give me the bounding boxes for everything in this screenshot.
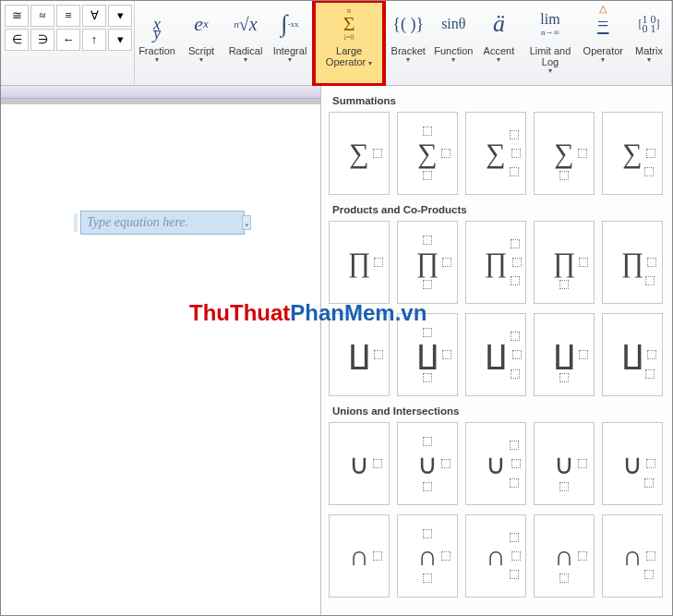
equation-placeholder[interactable]: Type equation here. ▾ <box>80 211 245 235</box>
operator-tile[interactable]: ∐ <box>329 313 390 396</box>
operator-tile[interactable]: ∩ <box>465 514 526 598</box>
bracket-group[interactable]: {( )} Bracket ▾ <box>386 1 430 85</box>
caret-icon: ▾ <box>548 67 552 75</box>
matrix-label: Matrix <box>635 43 663 56</box>
document-area: Type equation here. ▾ <box>1 86 320 615</box>
symbol-cell[interactable]: ∈ <box>5 29 29 51</box>
large-operator-label: Large Operator ▾ <box>318 43 380 67</box>
equation-handle[interactable]: ▾ <box>242 215 251 230</box>
operator-label: Operator <box>583 43 623 56</box>
operator-tile[interactable]: ∑ <box>534 112 595 195</box>
operator-tile[interactable]: ∩ <box>397 514 458 598</box>
operator-tile[interactable]: ∪ <box>465 422 526 505</box>
symbol-grid: ≅≈≡∀▾ ∈∋←↑▾ <box>1 1 135 85</box>
operator-tile[interactable]: ∏ <box>465 221 526 304</box>
operator-tile[interactable]: ∩ <box>602 514 663 598</box>
caret-icon: ▾ <box>244 56 247 64</box>
ribbon: ≅≈≡∀▾ ∈∋←↑▾ x y Fraction ▾ ex Script ▾ n… <box>1 1 672 86</box>
panel-section-title: Unions and Intersections <box>321 396 672 422</box>
caret-icon: ▾ <box>199 56 203 64</box>
ruler-bar <box>1 86 320 99</box>
operator-tile[interactable]: ∏ <box>397 221 458 304</box>
fraction-icon: x y <box>138 5 175 43</box>
operator-tile[interactable]: ∪ <box>534 422 595 505</box>
function-group[interactable]: sinθ Function ▾ <box>430 1 476 85</box>
script-label: Script <box>188 43 214 56</box>
bracket-label: Bracket <box>391 43 426 56</box>
caret-icon: ▾ <box>497 56 500 64</box>
limit-icon: lim n→∞ <box>526 5 574 43</box>
caret-icon: ▾ <box>647 56 651 64</box>
matrix-icon: [1 00 1] <box>631 5 667 43</box>
operator-tile[interactable]: ∩ <box>534 514 595 598</box>
operator-tile[interactable]: ∪ <box>329 422 390 505</box>
operator-tile[interactable]: ∪ <box>602 422 663 505</box>
radical-icon: n√x <box>227 5 264 43</box>
symbol-cell[interactable]: ← <box>56 29 80 51</box>
operator-icon: △= <box>584 5 621 43</box>
radical-label: Radical <box>229 43 263 56</box>
limit-group[interactable]: lim n→∞ Limit and Log ▾ <box>521 1 579 85</box>
equation-placeholder-text: Type equation here. <box>87 215 188 230</box>
operator-tile[interactable]: ∑ <box>465 112 526 195</box>
radical-group[interactable]: n√x Radical ▾ <box>223 1 268 85</box>
operator-tile[interactable]: ∩ <box>329 514 390 598</box>
accent-group[interactable]: ä Accent ▾ <box>476 1 521 85</box>
caret-icon: ▾ <box>406 56 410 64</box>
operator-tile[interactable]: ∪ <box>397 422 458 505</box>
caret-icon: ▾ <box>451 56 455 64</box>
operator-tile[interactable]: ∏ <box>534 221 595 304</box>
script-icon: ex <box>183 5 220 43</box>
fraction-label: Fraction <box>138 43 175 56</box>
function-icon: sinθ <box>435 5 472 43</box>
symbol-cell[interactable]: ≡ <box>56 5 80 27</box>
operator-tile[interactable]: ∑ <box>397 112 458 195</box>
accent-icon: ä <box>480 5 517 43</box>
caret-icon: ▾ <box>288 56 292 64</box>
panel-section-title: Summations <box>321 86 672 112</box>
page-gap <box>1 99 320 104</box>
operator-tile[interactable]: ∏ <box>329 221 390 304</box>
caret-icon: ▾ <box>155 56 159 64</box>
operator-tile[interactable]: ∑ <box>329 112 390 195</box>
operator-tile[interactable]: ∑ <box>602 112 663 195</box>
function-label: Function <box>434 43 473 56</box>
large-operator-panel: Summations∑∑∑∑∑Products and Co-Products∏… <box>320 86 672 615</box>
matrix-group[interactable]: [1 00 1] Matrix ▾ <box>627 1 672 85</box>
operator-tile[interactable]: ∐ <box>397 313 458 396</box>
integral-group[interactable]: ∫-xx Integral ▾ <box>268 1 312 85</box>
large-operator-icon: n Σ i=0 <box>329 5 369 43</box>
limit-label: Limit and Log <box>524 43 575 67</box>
accent-label: Accent <box>484 43 515 56</box>
bracket-icon: {( )} <box>390 5 427 43</box>
operator-tile[interactable]: ∏ <box>602 221 663 304</box>
fraction-group[interactable]: x y Fraction ▾ <box>135 1 179 85</box>
operator-tile[interactable]: ∐ <box>534 313 595 396</box>
symbol-cell[interactable]: ≈ <box>30 5 54 27</box>
symbol-cell[interactable]: ∋ <box>30 29 54 51</box>
symbol-cell[interactable]: ∀ <box>82 5 106 27</box>
operator-group-btn[interactable]: △= Operator ▾ <box>580 1 627 85</box>
panel-section-title: Products and Co-Products <box>321 195 672 221</box>
symbol-cell[interactable]: ▾ <box>108 5 132 27</box>
integral-icon: ∫-xx <box>271 5 308 43</box>
integral-label: Integral <box>273 43 307 56</box>
symbol-cell[interactable]: ▾ <box>108 29 132 51</box>
script-group[interactable]: ex Script ▾ <box>179 1 223 85</box>
operator-tile[interactable]: ∐ <box>602 313 663 396</box>
large-operator-group[interactable]: n Σ i=0 Large Operator ▾ <box>312 0 386 87</box>
symbol-cell[interactable]: ≅ <box>5 5 29 27</box>
symbol-cell[interactable]: ↑ <box>82 29 106 51</box>
caret-icon: ▾ <box>601 56 605 64</box>
operator-tile[interactable]: ∐ <box>465 313 526 396</box>
